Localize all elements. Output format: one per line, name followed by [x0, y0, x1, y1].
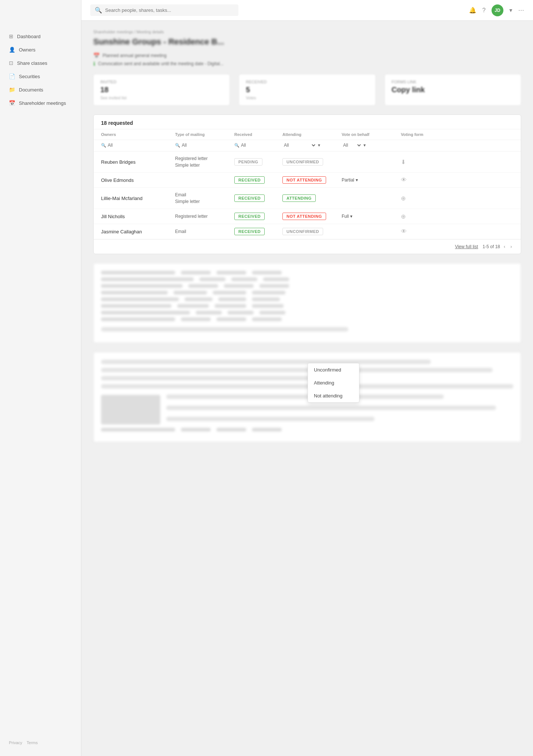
summary-card-forms: FORMS LINK Copy link: [385, 74, 521, 106]
sidebar-item-dashboard[interactable]: ⊞ Dashboard: [0, 30, 81, 43]
sidebar-item-owners[interactable]: 👤 Owners: [0, 43, 81, 56]
documents-icon: 📁: [9, 87, 15, 93]
summary-card-invited: INVITED 18 See invited list: [93, 74, 230, 106]
sidebar-item-label: Securities: [19, 74, 40, 79]
mailing-type: EmailSimple letter: [175, 192, 234, 205]
sidebar-item-label: Documents: [19, 87, 43, 93]
main-content: 🔍 🔔 ? JD ▾ ⋯ Shareholder meetings / Meet…: [81, 0, 533, 756]
dropdown-item-attending[interactable]: Attending: [308, 376, 359, 389]
securities-icon: 📄: [9, 73, 15, 79]
voting-form-cell[interactable]: ⊕: [401, 195, 430, 202]
eye-icon[interactable]: 👁: [401, 177, 407, 183]
vote-behalf-cell[interactable]: Partial ▾: [342, 177, 401, 183]
plus-circle-icon[interactable]: ⊕: [401, 195, 406, 202]
avatar[interactable]: JD: [492, 4, 503, 16]
pending-badge: PENDING: [234, 158, 262, 166]
menu-icon[interactable]: ⋯: [518, 7, 524, 14]
owner-name: Jasmine Callaghan: [101, 229, 175, 234]
sidebar-item-shareholder-meetings[interactable]: 📅 Shareholder meetings: [0, 96, 81, 110]
meta-text-2: Convocation sent and available until the…: [98, 61, 224, 66]
vote-behalf-value: Full: [342, 214, 349, 219]
received-badge: RECEIVED: [234, 176, 265, 184]
topbar-right: 🔔 ? JD ▾ ⋯: [469, 4, 524, 16]
received-badge: RECEIVED: [234, 194, 282, 202]
col-vote-behalf: Vote on behalf: [342, 132, 401, 137]
received-badge: RECEIVED: [234, 228, 282, 235]
search-bar[interactable]: 🔍: [90, 4, 238, 16]
filter-mailing[interactable]: 🔍 All: [175, 143, 234, 148]
received-badge: RECEIVED: [234, 194, 265, 202]
filter-vote-behalf[interactable]: All Partial Full ▾: [342, 142, 401, 148]
filter-attending-select[interactable]: All Unconfirmed Attending Not attending: [282, 142, 316, 148]
mailing-type: Email: [175, 228, 234, 235]
filter-received-icon: 🔍: [234, 143, 239, 148]
chevron-vote-icon: ▾: [363, 143, 366, 148]
attending-badge: ATTENDING: [282, 194, 316, 202]
plus-circle-icon[interactable]: ⊕: [401, 213, 406, 220]
not-attending-badge: NOT ATTENDING: [282, 176, 326, 184]
col-attending: Attending: [282, 132, 342, 137]
page-content: Shareholder meetings / Meeting details S…: [81, 21, 533, 756]
sidebar-item-share-classes[interactable]: ⊡ Share classes: [0, 56, 81, 70]
sidebar-item-documents[interactable]: 📁 Documents: [0, 83, 81, 96]
sidebar-item-label: Owners: [19, 47, 36, 53]
table-row: Jasmine Callaghan Email RECEIVED UNCONFI…: [94, 224, 521, 239]
page-info: 1-5 of 18: [483, 244, 500, 249]
filter-received[interactable]: 🔍 All: [234, 143, 282, 148]
voting-form-cell[interactable]: ⊕: [401, 213, 430, 220]
meta-row-2: ℹ Convocation sent and available until t…: [93, 61, 521, 67]
search-input[interactable]: [105, 7, 234, 13]
lower-section: [93, 263, 521, 442]
download-icon[interactable]: ⬇: [401, 159, 406, 165]
topbar: 🔍 🔔 ? JD ▾ ⋯: [81, 0, 533, 21]
sidebar-item-securities[interactable]: 📄 Securities: [0, 70, 81, 83]
owner-name: Olive Edmonds: [101, 177, 175, 183]
terms-link[interactable]: Terms: [27, 740, 38, 745]
voting-form-cell[interactable]: ⬇: [401, 159, 430, 166]
voting-form-cell[interactable]: 👁: [401, 228, 430, 235]
view-full-list-link[interactable]: View full list: [455, 244, 478, 249]
blurred-block-1: [93, 263, 521, 343]
meta-row-1: 📅 Planned annual general meeting: [93, 53, 521, 59]
filter-vote-behalf-select[interactable]: All Partial Full: [342, 142, 362, 148]
mailing-type: Registered letterSimple letter: [175, 155, 234, 169]
table-row: Lillie-Mai Mcfarland EmailSimple letter …: [94, 188, 521, 209]
invited-label: INVITED: [100, 80, 223, 84]
sidebar-footer: Privacy Terms: [0, 740, 81, 745]
invited-value: 18: [100, 86, 223, 94]
column-headers: Owners Type of mailing Received Attendin…: [94, 129, 521, 140]
unconfirmed-badge: UNCONFIRMED: [282, 228, 323, 235]
next-page-button[interactable]: ›: [509, 243, 513, 250]
col-type-mailing: Type of mailing: [175, 132, 234, 137]
privacy-link[interactable]: Privacy: [9, 740, 22, 745]
vote-behalf-cell[interactable]: Full ▾: [342, 214, 401, 219]
filter-received-label: All: [241, 143, 246, 148]
attending-badge: NOT ATTENDING: [282, 213, 342, 220]
forms-value: Copy link: [392, 86, 514, 94]
sidebar-item-label: Share classes: [17, 60, 47, 66]
not-attending-badge: NOT ATTENDING: [282, 213, 326, 220]
chevron-down-icon[interactable]: ▾: [509, 7, 512, 14]
notification-icon[interactable]: 🔔: [469, 7, 476, 14]
received-badge: RECEIVED: [234, 176, 282, 184]
meta-text-1: Planned annual general meeting: [103, 53, 167, 58]
chevron-attending-icon: ▾: [318, 143, 320, 148]
vote-behalf-value: Partial: [342, 177, 354, 183]
help-icon[interactable]: ?: [482, 7, 486, 14]
filter-attending[interactable]: All Unconfirmed Attending Not attending …: [282, 142, 342, 148]
owner-name: Jill Nicholls: [101, 214, 175, 219]
table-row: Olive Edmonds RECEIVED NOT ATTENDING Par…: [94, 173, 521, 188]
table-row: Jill Nicholls Registered letter RECEIVED…: [94, 209, 521, 224]
filter-owners[interactable]: 🔍 All: [101, 143, 175, 148]
voting-form-cell[interactable]: 👁: [401, 177, 430, 183]
calendar-icon: 📅: [93, 53, 100, 59]
prev-page-button[interactable]: ‹: [502, 243, 507, 250]
received-badge: RECEIVED: [234, 213, 282, 220]
sidebar: ⊞ Dashboard 👤 Owners ⊡ Share classes 📄 S…: [0, 0, 81, 756]
eye-icon[interactable]: 👁: [401, 228, 407, 234]
filter-mailing-label: All: [182, 143, 187, 148]
chevron-vote-row-icon: ▾: [356, 177, 358, 183]
dropdown-item-unconfirmed[interactable]: Unconfirmed: [308, 363, 359, 376]
dropdown-item-not-attending[interactable]: Not attending: [308, 389, 359, 402]
page-title: Sunshine Groups - Residence B...: [93, 37, 521, 47]
